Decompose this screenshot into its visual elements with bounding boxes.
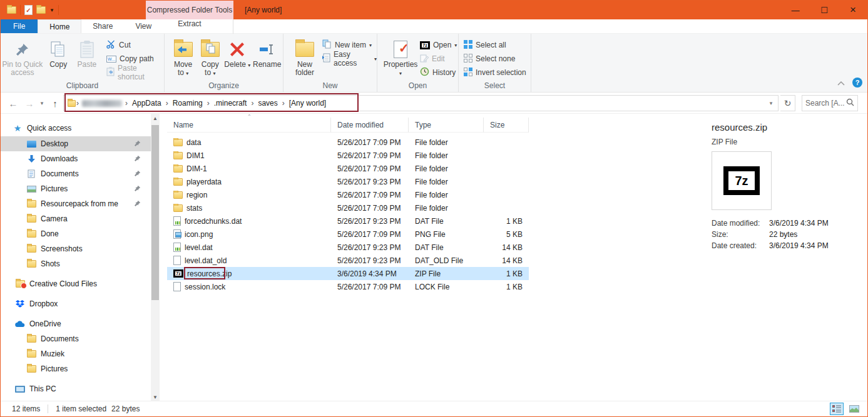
- new-item-button[interactable]: New item▾: [322, 39, 377, 51]
- open-button[interactable]: 7z Open▾: [420, 39, 457, 51]
- sidebar-item-quick-access[interactable]: ★ Quick access: [1, 121, 151, 136]
- file-row-playerdata[interactable]: playerdata 5/26/2017 9:23 PMFile folder: [167, 175, 529, 188]
- delete-button[interactable]: Delete ▾: [223, 37, 251, 69]
- sidebar-item-resourcepack[interactable]: Resourcepack from me: [1, 196, 151, 211]
- sidebar-item-onedrive-pictures[interactable]: Pictures: [1, 361, 151, 376]
- breadcrumb-segment[interactable]: [Any world]: [285, 99, 330, 108]
- folder-icon[interactable]: [36, 6, 46, 14]
- copy-button[interactable]: Copy: [44, 37, 73, 69]
- file-row-forcedchunks[interactable]: forcedchunks.dat 5/26/2017 9:23 PMDAT Fi…: [167, 214, 529, 228]
- pin-icon: [135, 199, 141, 208]
- file-row-stats[interactable]: stats 5/26/2017 7:09 PMFile folder: [167, 201, 529, 214]
- recent-locations-icon[interactable]: ▾: [37, 93, 47, 114]
- dropdown-arrow-icon: ▾: [248, 63, 250, 68]
- sidebar-item-muziek[interactable]: Muziek: [1, 346, 151, 361]
- quick-access-toolbar: ✓ ▼: [1, 5, 59, 15]
- breadcrumb-segment[interactable]: Roaming: [169, 99, 207, 108]
- sidebar-item-creative-cloud-files[interactable]: Creative Cloud Files: [1, 276, 151, 291]
- file-row-level-dat[interactable]: level.dat 5/26/2017 9:23 PMDAT File14 KB: [167, 241, 529, 254]
- selection-size: 22 bytes: [111, 404, 140, 413]
- dropdown-arrow-icon: ▾: [369, 43, 372, 48]
- easy-access-button[interactable]: Easy access▾: [322, 53, 377, 64]
- sidebar-item-done[interactable]: Done: [1, 226, 151, 241]
- select-all-button[interactable]: Select all: [464, 39, 526, 51]
- new-folder-button[interactable]: New folder: [290, 37, 320, 77]
- file-row-region[interactable]: region 5/26/2017 7:09 PMFile folder: [167, 188, 529, 201]
- breadcrumb[interactable]: › › AppData › Roaming › .minecraft › sav…: [63, 95, 779, 111]
- select-none-button[interactable]: Select none: [464, 53, 526, 64]
- file-row-session-lock[interactable]: session.lock 5/26/2017 7:09 PMLOCK File1…: [167, 280, 529, 293]
- cut-button[interactable]: Cut: [106, 39, 164, 51]
- copy-to-button[interactable]: Copy to ▾: [197, 37, 223, 78]
- edit-button[interactable]: Edit: [420, 53, 457, 64]
- sidebar-item-onedrive[interactable]: OneDrive: [1, 316, 151, 331]
- sidebar-item-desktop[interactable]: Desktop: [1, 136, 151, 151]
- sidebar-scrollbar[interactable]: ▲ ▼: [151, 114, 160, 401]
- properties-qat-icon[interactable]: ✓: [24, 5, 33, 15]
- breadcrumb-segment[interactable]: saves: [254, 99, 281, 108]
- file-row-dim1[interactable]: DIM1 5/26/2017 7:09 PMFile folder: [167, 149, 529, 162]
- file-row-dim-1[interactable]: DIM-1 5/26/2017 7:09 PMFile folder: [167, 162, 529, 175]
- file-row-resources-zip[interactable]: 7zresources.zip 3/6/2019 4:34 PMZIP File…: [167, 267, 529, 280]
- folder-icon[interactable]: [7, 6, 16, 14]
- search-icon[interactable]: [846, 98, 854, 109]
- sidebar-item-this-pc[interactable]: This PC: [1, 381, 151, 396]
- scroll-down-icon[interactable]: ▼: [151, 393, 160, 401]
- collapse-ribbon-icon[interactable]: [837, 77, 845, 88]
- file-row-data[interactable]: data 5/26/2017 7:09 PMFile folder: [167, 136, 529, 149]
- dat-file-icon: [173, 243, 181, 252]
- sidebar-item-onedrive-documents[interactable]: Documents: [1, 331, 151, 346]
- qat-customize-icon[interactable]: ▼: [49, 8, 54, 13]
- sidebar-item-camera[interactable]: Camera: [1, 211, 151, 226]
- thumbnail-view-button[interactable]: [847, 403, 861, 415]
- invert-selection-button[interactable]: Invert selection: [464, 67, 526, 78]
- details-view-button[interactable]: [830, 403, 844, 415]
- folder-icon: [26, 230, 37, 238]
- column-header-name[interactable]: Name ⌃: [167, 118, 331, 133]
- address-dropdown-icon[interactable]: ▾: [765, 96, 777, 111]
- column-header-type[interactable]: Type: [409, 118, 484, 133]
- folder-icon: [26, 350, 37, 358]
- tab-home[interactable]: Home: [38, 19, 81, 33]
- sidebar-item-shots[interactable]: Shots: [1, 256, 151, 271]
- copy-path-button[interactable]: W... Copy path: [106, 53, 164, 64]
- back-icon[interactable]: ←: [6, 93, 21, 114]
- sidebar-item-screenshots[interactable]: Screenshots: [1, 241, 151, 256]
- window-title: [Any world]: [245, 1, 282, 19]
- documents-icon: [26, 169, 37, 178]
- paste-button[interactable]: Paste: [73, 37, 102, 69]
- properties-button[interactable]: ✓ Properties ▾: [382, 37, 419, 78]
- divider: [58, 5, 59, 15]
- file-row-icon-png[interactable]: icon.png 5/26/2017 7:09 PMPNG File5 KB: [167, 228, 529, 241]
- scrollbar-thumb[interactable]: [151, 125, 159, 300]
- file-row-level-dat-old[interactable]: level.dat_old 5/26/2017 9:23 PMDAT_OLD F…: [167, 254, 529, 267]
- history-button[interactable]: History: [420, 67, 457, 78]
- move-to-button[interactable]: Move to ▾: [170, 37, 197, 78]
- breadcrumb-segment[interactable]: AppData: [128, 99, 165, 108]
- maximize-button[interactable]: ☐: [810, 1, 839, 19]
- column-header-size[interactable]: Size: [484, 118, 529, 133]
- column-header-date-modified[interactable]: Date modified: [331, 118, 409, 133]
- sort-ascending-icon: ⌃: [247, 114, 252, 119]
- breadcrumb-segment[interactable]: .minecraft: [210, 99, 251, 108]
- refresh-icon[interactable]: ↻: [780, 95, 795, 111]
- tab-extract[interactable]: Extract: [146, 19, 233, 28]
- minimize-button[interactable]: —: [781, 1, 810, 19]
- sidebar-item-pictures[interactable]: Pictures: [1, 181, 151, 196]
- close-button[interactable]: ×: [839, 1, 867, 19]
- tab-share[interactable]: Share: [81, 19, 124, 33]
- group-label-new: New: [283, 81, 377, 90]
- folder-icon: [26, 260, 37, 268]
- tab-file[interactable]: File: [1, 19, 38, 33]
- pin-to-quick-access-button[interactable]: Pin to Quick access: [1, 37, 44, 77]
- up-icon[interactable]: ↑: [48, 93, 62, 114]
- forward-icon[interactable]: →: [22, 93, 37, 114]
- sidebar-item-documents[interactable]: Documents: [1, 166, 151, 181]
- help-icon[interactable]: ?: [852, 78, 862, 88]
- paste-shortcut-button[interactable]: Paste shortcut: [106, 67, 164, 78]
- sidebar-item-downloads[interactable]: Downloads: [1, 151, 151, 166]
- rename-button[interactable]: Rename: [251, 37, 283, 69]
- search-box[interactable]: Search [A...: [802, 95, 858, 111]
- sidebar-item-dropbox[interactable]: Dropbox: [1, 296, 151, 311]
- scroll-up-icon[interactable]: ▲: [151, 114, 160, 123]
